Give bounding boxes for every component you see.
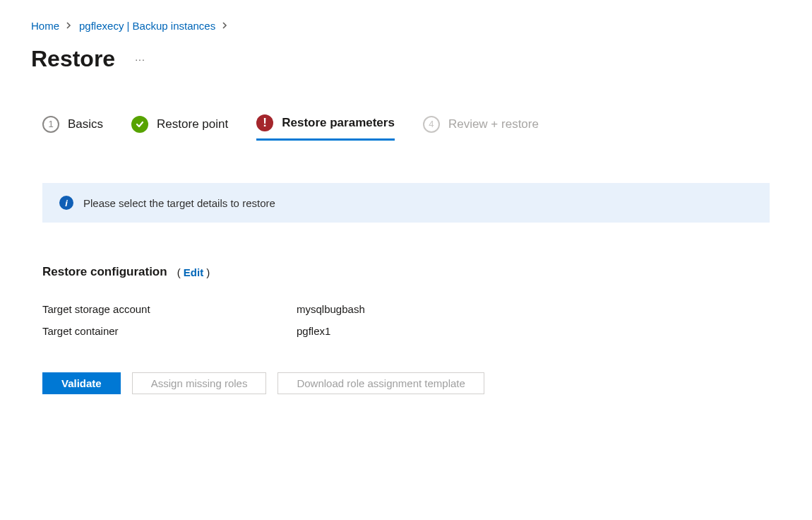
config-row-target-storage: Target storage account mysqlbugbash bbox=[42, 303, 770, 315]
error-icon: ! bbox=[256, 114, 273, 131]
config-label: Target container bbox=[42, 325, 297, 337]
step-review-restore[interactable]: 4 Review + restore bbox=[423, 116, 539, 140]
validate-button[interactable]: Validate bbox=[42, 372, 121, 394]
section-title: Restore configuration bbox=[42, 265, 167, 279]
assign-missing-roles-button[interactable]: Assign missing roles bbox=[132, 372, 267, 394]
wizard-stepper: 1 Basics Restore point ! Restore paramet… bbox=[42, 114, 770, 141]
chevron-right-icon bbox=[66, 21, 72, 31]
config-row-target-container: Target container pgflex1 bbox=[42, 325, 770, 337]
step-restore-point[interactable]: Restore point bbox=[131, 116, 228, 140]
breadcrumb: Home pgflexecy | Backup instances bbox=[31, 20, 781, 32]
edit-link[interactable]: Edit bbox=[184, 266, 203, 278]
more-button[interactable]: ··· bbox=[132, 51, 148, 68]
config-label: Target storage account bbox=[42, 303, 297, 315]
download-role-template-button[interactable]: Download role assignment template bbox=[277, 372, 484, 394]
breadcrumb-home[interactable]: Home bbox=[31, 20, 59, 32]
step-label: Review + restore bbox=[448, 117, 539, 131]
config-value: pgflex1 bbox=[297, 325, 330, 337]
title-row: Restore ··· bbox=[31, 46, 781, 72]
step-basics[interactable]: 1 Basics bbox=[42, 116, 103, 140]
step-restore-parameters[interactable]: ! Restore parameters bbox=[256, 114, 395, 141]
checkmark-icon bbox=[131, 116, 148, 133]
step-label: Basics bbox=[68, 117, 103, 131]
info-text: Please select the target details to rest… bbox=[83, 197, 275, 209]
restore-configuration-section: Restore configuration ( Edit ) Target st… bbox=[42, 265, 770, 337]
step-label: Restore point bbox=[157, 117, 228, 131]
info-banner: i Please select the target details to re… bbox=[42, 183, 770, 223]
step-number-icon: 4 bbox=[423, 116, 440, 133]
step-number-icon: 1 bbox=[42, 116, 59, 133]
action-buttons: Validate Assign missing roles Download r… bbox=[42, 372, 770, 394]
page-title: Restore bbox=[31, 46, 115, 72]
step-label: Restore parameters bbox=[282, 116, 395, 130]
info-icon: i bbox=[59, 196, 73, 210]
edit-group: ( Edit ) bbox=[177, 266, 210, 278]
chevron-right-icon bbox=[222, 21, 228, 31]
config-value: mysqlbugbash bbox=[297, 303, 365, 315]
breadcrumb-parent[interactable]: pgflexecy | Backup instances bbox=[79, 20, 215, 32]
